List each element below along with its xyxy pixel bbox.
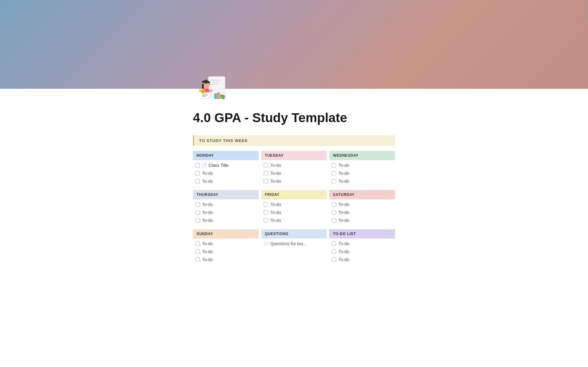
svg-rect-3 <box>210 84 217 85</box>
scrollbar-mark-5 <box>583 12 588 13</box>
checkbox-sunday-2[interactable] <box>195 249 200 254</box>
scrollbar-mark-7 <box>583 17 588 18</box>
checkbox-friday-3[interactable] <box>264 218 268 223</box>
day-block-questions: QUESTIONS 📄 Questions for tea... <box>261 229 327 264</box>
wednesday-todo-1[interactable]: To-do <box>329 161 395 169</box>
checkbox-monday-1[interactable] <box>195 171 200 175</box>
svg-text:A+: A+ <box>202 90 204 92</box>
wednesday-todo-3-label: To-do <box>338 179 349 184</box>
tuesday-todo-3-label: To-do <box>270 179 281 184</box>
checkbox-monday-2[interactable] <box>195 179 200 183</box>
saturday-todo-2-label: To-do <box>338 210 349 215</box>
wednesday-todo-2[interactable]: To-do <box>329 169 395 177</box>
wednesday-todo-1-label: To-do <box>338 163 349 168</box>
thursday-todo-1[interactable]: To-do <box>193 200 259 208</box>
friday-todo-2[interactable]: To-do <box>261 208 327 216</box>
todolist-todo-1[interactable]: To-do <box>329 240 395 248</box>
friday-todo-1[interactable]: To-do <box>261 200 327 208</box>
checkbox-saturday-1[interactable] <box>332 202 336 207</box>
scrollbar-track[interactable] <box>584 0 588 367</box>
checkbox-sunday-3[interactable] <box>195 257 200 262</box>
svg-point-8 <box>209 84 210 85</box>
todolist-todo-2[interactable]: To-do <box>329 248 395 256</box>
checkbox-wednesday-1[interactable] <box>332 163 336 167</box>
checkbox-wednesday-2[interactable] <box>332 171 336 175</box>
monday-todo-1[interactable]: To-do <box>193 169 259 177</box>
todolist-todo-3[interactable]: To-do <box>329 256 395 264</box>
tuesday-todo-1[interactable]: To-do <box>261 161 327 169</box>
todolist-todo-3-label: To-do <box>338 257 349 262</box>
checkbox-tuesday-2[interactable] <box>264 171 268 175</box>
checkbox-thursday-3[interactable] <box>195 218 200 223</box>
svg-rect-16 <box>202 96 206 97</box>
scrollbar-mark-1 <box>583 2 588 3</box>
svg-rect-15 <box>202 95 208 95</box>
questions-item-1-label: Questions for tea... <box>270 241 307 246</box>
day-header-thursday: THURSDAY <box>193 190 259 199</box>
days-grid-row1: MONDAY 📄 Class Title To-do To-do TUESDAY… <box>193 151 395 185</box>
class-title-label: Class Title <box>209 163 228 168</box>
checkbox-tuesday-1[interactable] <box>264 163 268 167</box>
saturday-todo-3-label: To-do <box>338 218 349 223</box>
tuesday-todo-3[interactable]: To-do <box>261 177 327 185</box>
svg-rect-9 <box>202 84 204 89</box>
sunday-todo-3-label: To-do <box>202 257 213 262</box>
saturday-todo-2[interactable]: To-do <box>329 208 395 216</box>
svg-rect-2 <box>210 82 219 83</box>
checkbox-todolist-2[interactable] <box>332 249 336 254</box>
checkbox-saturday-3[interactable] <box>332 218 336 223</box>
checkbox-sunday-1[interactable] <box>195 242 200 246</box>
svg-rect-12 <box>209 89 213 92</box>
saturday-todo-3[interactable]: To-do <box>329 216 395 224</box>
day-block-todolist: TO-DO LIST To-do To-do To-do <box>329 229 395 264</box>
class-title-item[interactable]: 📄 Class Title <box>193 161 259 169</box>
svg-point-24 <box>221 95 223 97</box>
day-header-questions: QUESTIONS <box>261 229 327 238</box>
day-header-todolist: TO-DO LIST <box>329 229 395 238</box>
sunday-todo-1[interactable]: To-do <box>193 240 259 248</box>
scrollbar-mark-3 <box>583 7 588 8</box>
checkbox-class-title[interactable] <box>195 163 200 167</box>
sunday-todo-2-label: To-do <box>202 249 213 254</box>
wednesday-todo-3[interactable]: To-do <box>329 177 395 185</box>
checkbox-todolist-1[interactable] <box>332 242 336 246</box>
thursday-todo-3-label: To-do <box>202 218 213 223</box>
sunday-todo-3[interactable]: To-do <box>193 256 259 264</box>
scrollbar-mark-6 <box>583 15 588 15</box>
thursday-todo-2[interactable]: To-do <box>193 208 259 216</box>
checkbox-todolist-3[interactable] <box>332 257 336 262</box>
study-illustration: A+ <box>193 70 230 107</box>
day-block-monday: MONDAY 📄 Class Title To-do To-do <box>193 151 259 185</box>
checkbox-thursday-1[interactable] <box>195 202 200 207</box>
thursday-todo-1-label: To-do <box>202 202 213 207</box>
day-block-friday: FRIDAY To-do To-do To-do <box>261 190 327 224</box>
checkbox-saturday-2[interactable] <box>332 210 336 215</box>
friday-todo-3[interactable]: To-do <box>261 216 327 224</box>
doc-icon-questions: 📄 <box>264 242 269 246</box>
monday-todo-2[interactable]: To-do <box>193 177 259 185</box>
checkbox-thursday-2[interactable] <box>195 210 200 215</box>
checkbox-wednesday-3[interactable] <box>332 179 336 183</box>
svg-rect-19 <box>214 93 217 99</box>
day-block-saturday: SATURDAY To-do To-do To-do <box>329 190 395 224</box>
tuesday-todo-2-label: To-do <box>270 171 281 176</box>
page-content: A+ 4.0 GPA - Study Template TO STUDY THI… <box>187 70 401 287</box>
monday-todo-2-label: To-do <box>202 179 213 184</box>
checkbox-friday-1[interactable] <box>264 202 268 207</box>
saturday-todo-1[interactable]: To-do <box>329 200 395 208</box>
saturday-todo-1-label: To-do <box>338 202 349 207</box>
checkbox-tuesday-3[interactable] <box>264 179 268 183</box>
svg-rect-1 <box>210 80 221 81</box>
weekly-section-header: TO STUDY THIS WEEK <box>193 135 395 146</box>
todolist-todo-2-label: To-do <box>338 249 349 254</box>
questions-item-1[interactable]: 📄 Questions for tea... <box>261 240 327 248</box>
monday-todo-1-label: To-do <box>202 171 213 176</box>
thursday-todo-3[interactable]: To-do <box>193 216 259 224</box>
day-header-tuesday: TUESDAY <box>261 151 327 160</box>
sunday-todo-1-label: To-do <box>202 241 213 246</box>
tuesday-todo-2[interactable]: To-do <box>261 169 327 177</box>
sunday-todo-2[interactable]: To-do <box>193 248 259 256</box>
day-block-thursday: THURSDAY To-do To-do To-do <box>193 190 259 224</box>
svg-rect-14 <box>202 94 207 94</box>
checkbox-friday-2[interactable] <box>264 210 268 215</box>
